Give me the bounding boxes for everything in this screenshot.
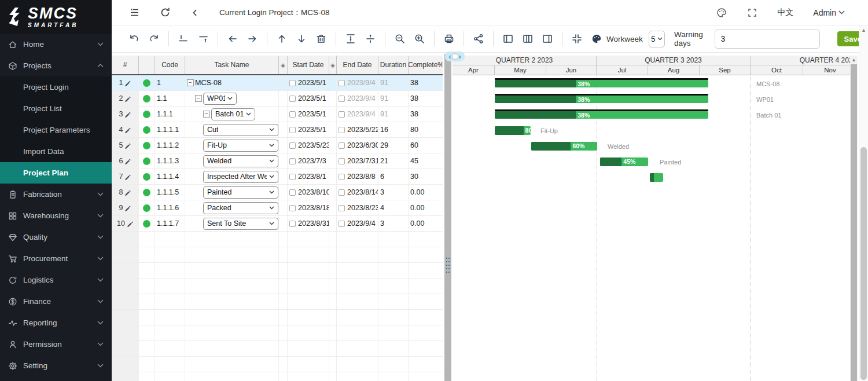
- sidebar-item-finance[interactable]: Finance: [0, 291, 112, 312]
- task-select[interactable]: Inspected After Weld: [203, 171, 278, 183]
- pan-right-icon[interactable]: ›: [459, 53, 461, 60]
- collapse-box-icon[interactable]: −: [203, 111, 210, 118]
- sidebar-item-logistics[interactable]: Logistics: [0, 269, 112, 291]
- sidebar-item-import-data[interactable]: Import Data: [0, 141, 112, 162]
- table-row[interactable]: 71.1.1.4Inspected After Weld2023/8/12023…: [112, 169, 444, 185]
- date-checkbox[interactable]: [289, 174, 296, 180]
- edit-pencil-icon[interactable]: [127, 221, 133, 227]
- sidebar-item-quality[interactable]: Quality: [0, 226, 112, 248]
- date-checkbox[interactable]: [339, 189, 345, 196]
- gantt-bar[interactable]: 80: [495, 126, 531, 135]
- expand-rows-icon[interactable]: [363, 32, 377, 46]
- date-checkbox[interactable]: [339, 80, 345, 86]
- task-select[interactable]: WP01: [203, 93, 237, 105]
- sidebar-item-setting[interactable]: Setting: [0, 355, 112, 376]
- task-select[interactable]: Batch 01: [211, 108, 255, 120]
- date-checkbox[interactable]: [339, 111, 345, 118]
- edit-pencil-icon[interactable]: [124, 142, 131, 149]
- date-checkbox[interactable]: [289, 127, 296, 133]
- sidebar-item-permission[interactable]: Permission: [0, 334, 112, 355]
- sidebar-item-home[interactable]: Home: [0, 34, 112, 55]
- gantt-scrollbar-thumb[interactable]: [851, 64, 857, 381]
- date-checkbox[interactable]: [289, 189, 296, 196]
- palette-icon[interactable]: [590, 32, 604, 46]
- sidebar-item-project-login[interactable]: Project Login: [0, 76, 112, 98]
- sidebar-item-warehousing[interactable]: Warehousing: [0, 205, 112, 226]
- edit-pencil-icon[interactable]: [124, 80, 131, 86]
- sidebar-item-project-list[interactable]: Project List: [0, 98, 112, 119]
- grid-scrollbar-thumb[interactable]: [444, 54, 451, 381]
- arrow-right-icon[interactable]: [245, 32, 259, 46]
- date-checkbox[interactable]: [289, 80, 296, 86]
- table-row[interactable]: 101.1.1.7Sent To Site2023/8/312023/9/430…: [112, 216, 444, 232]
- scroll-up-icon[interactable]: ▲: [850, 56, 858, 64]
- edit-pencil-icon[interactable]: [124, 174, 131, 180]
- table-row[interactable]: 31.1.1−Batch 012023/5/12023/9/49138: [112, 107, 444, 122]
- constraint-start-icon[interactable]: [176, 32, 190, 46]
- sidebar-item-procurement[interactable]: Procurement: [0, 248, 112, 269]
- edit-pencil-icon[interactable]: [124, 96, 131, 102]
- splitter-knob[interactable]: [452, 53, 458, 60]
- gantt-bar[interactable]: 60%: [531, 142, 597, 151]
- scroll-up-icon[interactable]: ▲: [859, 25, 868, 35]
- sidebar-item-project-parameters[interactable]: Project Parameters: [0, 119, 112, 141]
- gantt-bar[interactable]: [650, 173, 663, 182]
- edit-pencil-icon[interactable]: [124, 205, 131, 211]
- table-row[interactable]: 41.1.1.1Cut2023/5/12023/5/221680: [112, 122, 444, 138]
- table-row[interactable]: 61.1.1.3Welded2023/7/32023/7/312145: [112, 153, 444, 169]
- table-row[interactable]: 21.1−WP012023/5/12023/9/49138: [112, 91, 444, 107]
- arrow-down-icon[interactable]: [295, 32, 308, 46]
- date-checkbox[interactable]: [289, 205, 296, 211]
- edit-pencil-icon[interactable]: [124, 158, 131, 164]
- panel-split-icon[interactable]: [521, 32, 535, 46]
- date-checkbox[interactable]: [339, 205, 345, 211]
- task-select[interactable]: Painted: [203, 186, 278, 199]
- edit-pencil-icon[interactable]: [124, 111, 131, 118]
- gantt-bar[interactable]: 38%: [495, 80, 708, 87]
- print-icon[interactable]: [442, 32, 456, 46]
- sidebar-item-fabrication[interactable]: Fabrication: [0, 184, 112, 205]
- zoom-out-icon[interactable]: [393, 32, 407, 46]
- share-icon[interactable]: [472, 32, 486, 46]
- pan-left-icon[interactable]: ‹: [449, 53, 451, 60]
- undo-icon[interactable]: [127, 32, 141, 46]
- task-select[interactable]: Packed: [203, 202, 278, 214]
- date-checkbox[interactable]: [339, 96, 345, 102]
- fullscreen-icon[interactable]: [747, 8, 757, 18]
- collapse-corners-icon[interactable]: [570, 32, 584, 46]
- date-checkbox[interactable]: [289, 142, 296, 149]
- date-checkbox[interactable]: [289, 111, 296, 118]
- zoom-in-icon[interactable]: [413, 32, 426, 46]
- collapse-menu-icon[interactable]: [129, 7, 140, 18]
- task-select[interactable]: Sent To Site: [203, 218, 278, 230]
- task-select[interactable]: Fit-Up: [203, 140, 278, 152]
- language-switch[interactable]: 中文: [777, 8, 793, 18]
- gantt-bar[interactable]: 45%: [600, 157, 648, 166]
- sidebar-item-reporting[interactable]: Reporting: [0, 312, 112, 334]
- collapse-box-icon[interactable]: −: [195, 95, 202, 102]
- user-menu[interactable]: Admin: [813, 8, 845, 17]
- table-row[interactable]: 91.1.1.6Packed2023/8/182023/8/2340.00: [112, 200, 444, 216]
- panel-right-icon[interactable]: [540, 32, 554, 46]
- panel-left-icon[interactable]: [501, 32, 515, 46]
- collapse-rows-icon[interactable]: [344, 32, 358, 46]
- gantt-bar[interactable]: 38%: [495, 111, 708, 119]
- warning-days-input[interactable]: [715, 30, 820, 49]
- sidebar-item-projects[interactable]: Projects: [0, 55, 112, 76]
- page-scrollbar-thumb[interactable]: [860, 147, 867, 380]
- back-chevron-icon[interactable]: [190, 8, 200, 17]
- task-select[interactable]: Welded: [203, 155, 278, 167]
- date-checkbox[interactable]: [289, 158, 296, 164]
- date-checkbox[interactable]: [339, 127, 345, 133]
- gantt-bar[interactable]: 38%: [495, 96, 708, 103]
- collapse-box-icon[interactable]: −: [187, 79, 194, 86]
- theme-palette-icon[interactable]: [716, 7, 727, 19]
- edit-pencil-icon[interactable]: [124, 189, 131, 196]
- splitter-grip[interactable]: [446, 257, 450, 273]
- date-checkbox[interactable]: [289, 221, 296, 227]
- constraint-end-icon[interactable]: [196, 32, 210, 46]
- sidebar-item-project-plan[interactable]: Project Plan: [0, 162, 112, 184]
- table-row[interactable]: 11−MCS-082023/5/12023/9/49138: [112, 75, 444, 91]
- arrow-left-icon[interactable]: [226, 32, 240, 46]
- trash-icon[interactable]: [314, 32, 328, 46]
